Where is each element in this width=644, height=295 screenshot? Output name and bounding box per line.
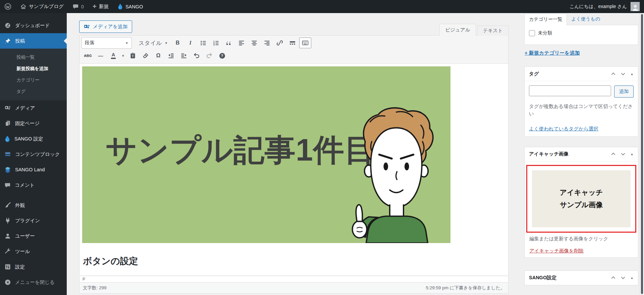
align-center-icon	[251, 39, 258, 47]
content-blocks-icon	[4, 151, 11, 158]
sidebar-item-dashboard[interactable]: ダッシュボード	[0, 18, 67, 33]
move-down-icon[interactable]	[621, 152, 626, 157]
link-button[interactable]	[274, 38, 286, 48]
sidebar-item-sango-land[interactable]: SANGO Land	[0, 162, 67, 177]
sidebar-item-pages[interactable]: 固定ページ	[0, 116, 67, 131]
tab-text[interactable]: テキスト	[477, 25, 508, 36]
comments-menu[interactable]: 0	[68, 0, 88, 13]
featured-image-thumbnail[interactable]: アイキャッチ サンプル画像	[532, 170, 631, 227]
sidebar-item-comments[interactable]: コメント	[0, 177, 67, 193]
pushpin-icon	[4, 38, 11, 44]
read-more-icon	[289, 39, 296, 47]
indent-button[interactable]	[178, 50, 190, 61]
choose-from-most-used-link[interactable]: よく使われているタグから選択	[529, 126, 598, 132]
sidebar-item-plugins[interactable]: プラグイン	[0, 213, 67, 228]
element-path[interactable]: P	[83, 277, 85, 282]
paragraph-dropdown[interactable]: 段落 ▼	[82, 37, 132, 49]
sidebar-item-sango-settings[interactable]: SANGO 設定	[0, 131, 67, 146]
content-heading: ボタンの設定	[83, 255, 505, 267]
post-settings-column: カテゴリー一覧 よく使うもの 未分類 + 新規カテゴリーを追加 タグ ▲	[524, 13, 638, 285]
add-new-category-link[interactable]: + 新規カテゴリーを追加	[525, 50, 580, 56]
clear-formatting-button[interactable]	[140, 50, 152, 61]
sango-label: SANGO	[125, 4, 143, 9]
italic-button[interactable]: I	[184, 38, 197, 48]
submenu-all-posts[interactable]: 投稿一覧	[0, 52, 67, 63]
bullet-list-button[interactable]	[197, 38, 209, 48]
tab-most-used[interactable]: よく使うもの	[567, 13, 604, 25]
sango-settings-panel-title: SANGO設定	[529, 275, 556, 281]
align-right-button[interactable]	[261, 38, 273, 48]
blockquote-button[interactable]	[223, 38, 235, 48]
plugin-icon	[4, 217, 11, 224]
align-left-button[interactable]	[235, 38, 248, 48]
help-button[interactable]: ?	[216, 50, 228, 61]
add-tag-button[interactable]: 追加	[614, 85, 634, 98]
keyboard-icon	[302, 39, 309, 47]
sidebar-item-content-blocks[interactable]: コンテンツブロック	[0, 146, 67, 162]
indent-icon	[180, 52, 187, 59]
text-color-button[interactable]: A	[107, 50, 119, 61]
sidebar-item-settings[interactable]: 設定	[0, 259, 67, 275]
submenu-tags[interactable]: タグ	[0, 86, 67, 97]
new-content-menu[interactable]: + 新規	[88, 0, 113, 13]
sidebar-item-users[interactable]: ユーザー	[0, 228, 67, 244]
undo-icon	[193, 52, 200, 59]
special-character-button[interactable]: Ω	[152, 50, 164, 61]
sidebar-label-appearance: 外観	[15, 202, 25, 209]
collapse-panel-icon[interactable]: ▲	[630, 152, 634, 156]
comment-icon	[4, 182, 11, 188]
strikethrough-button[interactable]: ABC	[82, 50, 94, 61]
redo-button[interactable]	[203, 50, 215, 61]
move-up-icon[interactable]	[611, 71, 616, 76]
comments-count: 0	[81, 4, 84, 9]
text-color-caret-button[interactable]: ▼	[120, 50, 126, 61]
character-illustration	[347, 102, 446, 243]
horizontal-rule-button[interactable]: —	[95, 50, 107, 61]
sidebar-label-sango-land: SANGO Land	[15, 167, 45, 172]
move-up-icon[interactable]	[611, 152, 616, 157]
sango-menu[interactable]: SANGO	[113, 0, 147, 13]
collapse-menu-button[interactable]: メニューを閉じる	[0, 275, 67, 290]
add-media-button[interactable]: メディアを追加	[79, 20, 132, 33]
scrollbar-thumb[interactable]	[641, 14, 643, 294]
tab-visual[interactable]: ビジュアル	[439, 24, 476, 36]
site-name-menu[interactable]: サンプルブログ	[16, 0, 68, 13]
annotation-red-box: アイキャッチ サンプル画像	[526, 165, 636, 233]
collapse-panel-icon[interactable]: ▲	[630, 72, 634, 76]
undo-button[interactable]	[191, 50, 203, 61]
wordpress-logo-menu[interactable]	[0, 0, 16, 13]
submenu-categories[interactable]: カテゴリー	[0, 74, 67, 86]
add-media-icon	[84, 24, 90, 30]
tab-all-categories[interactable]: カテゴリー一覧	[524, 13, 567, 25]
wordpress-icon	[4, 3, 11, 10]
page-scrollbar[interactable]	[639, 13, 644, 295]
numbered-list-button[interactable]: 123	[210, 38, 222, 48]
submenu-add-new-post[interactable]: 新規投稿を追加	[0, 63, 67, 74]
move-down-icon[interactable]	[621, 71, 626, 76]
chevron-down-icon: ▼	[125, 41, 128, 45]
sidebar-item-tools[interactable]: ツール	[0, 244, 67, 259]
sidebar-item-posts[interactable]: 投稿	[0, 33, 67, 49]
align-center-button[interactable]	[248, 38, 260, 48]
outdent-button[interactable]	[165, 50, 177, 61]
post-content-image[interactable]: サンプル記事1件目	[82, 66, 450, 243]
move-down-icon[interactable]	[621, 275, 626, 280]
howdy-greeting[interactable]: こんにちは、example さん	[570, 4, 627, 10]
sidebar-item-appearance[interactable]: 外観	[0, 197, 67, 213]
styles-dropdown[interactable]: スタイル ▼	[135, 38, 171, 48]
post-editor-column: メディアを追加 ビジュアル テキスト 段落 ▼ スタイル ▼ B I	[79, 20, 508, 294]
sidebar-item-media[interactable]: メディア	[0, 100, 67, 116]
toolbar-toggle-button[interactable]	[299, 38, 311, 48]
editor-body[interactable]: サンプル記事1件目	[79, 64, 508, 276]
paste-as-text-button[interactable]: T	[127, 50, 139, 61]
uncategorized-checkbox[interactable]	[529, 30, 535, 36]
tags-panel-title: タグ	[529, 71, 539, 77]
bold-button[interactable]: B	[172, 38, 184, 48]
collapse-panel-icon[interactable]: ▲	[630, 276, 634, 280]
new-tag-input[interactable]	[529, 85, 611, 96]
remove-featured-image-link[interactable]: アイキャッチ画像を削除	[529, 248, 584, 254]
collapse-arrow-icon	[4, 279, 11, 286]
avatar[interactable]	[630, 2, 640, 11]
read-more-button[interactable]	[286, 38, 299, 48]
move-up-icon[interactable]	[611, 275, 616, 280]
